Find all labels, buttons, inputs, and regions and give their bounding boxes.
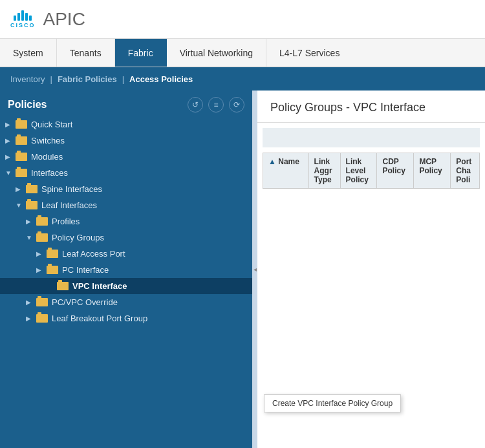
sort-arrow: ▲	[268, 157, 276, 166]
toggle-icon: ▶	[5, 137, 16, 144]
tree-item-interfaces[interactable]: ▼ Interfaces	[0, 165, 252, 181]
sidebar-header: Policies ↺ ≡ ⟳	[0, 91, 252, 116]
sidebar-title: Policies	[8, 99, 47, 111]
content-header: Policy Groups - VPC Interface	[257, 91, 485, 123]
toggle-icon: ▼	[5, 169, 16, 176]
content-title: Policy Groups - VPC Interface	[270, 101, 472, 114]
toggle-icon: ▼	[16, 202, 26, 209]
folder-icon	[36, 298, 48, 306]
tree-label: Spine Interfaces	[41, 184, 102, 194]
data-table: ▲ Name LinkAggrType LinkLevelPolicy CDPP…	[263, 153, 480, 189]
folder-icon	[16, 169, 27, 177]
sub-nav-access-policies[interactable]: Access Policies	[129, 74, 193, 84]
toggle-icon: ▶	[16, 186, 26, 193]
filter-icon[interactable]: ≡	[208, 97, 224, 112]
folder-icon	[47, 250, 58, 258]
folder-icon	[26, 201, 38, 209]
sub-nav-sep2: |	[122, 74, 124, 84]
folder-icon	[36, 233, 48, 242]
folder-icon	[36, 217, 48, 226]
tree-item-modules[interactable]: ▶ Modules	[0, 149, 252, 165]
table-container: ▲ Name LinkAggrType LinkLevelPolicy CDPP…	[257, 153, 485, 194]
tree-label: Switches	[31, 136, 65, 145]
toggle-icon: ▶	[26, 315, 36, 322]
tree-item-switches[interactable]: ▶ Switches	[0, 133, 252, 149]
folder-icon	[16, 120, 27, 129]
tree-label: Modules	[31, 152, 63, 162]
tree-label: PC Interface	[62, 265, 109, 275]
sub-nav-fabric-policies[interactable]: Fabric Policies	[58, 74, 117, 84]
tree-item-pc-vpc-override[interactable]: ▶ PC/VPC Override	[0, 294, 252, 310]
tree-label: Policy Groups	[52, 233, 104, 242]
content-area: Policy Groups - VPC Interface ▲ Name Lin…	[257, 91, 485, 448]
tree-label: PC/VPC Override	[52, 297, 118, 307]
tree-label: Profiles	[52, 217, 80, 226]
col-link-aggr: LinkAggrType	[308, 153, 340, 189]
tree-label: Quick Start	[31, 120, 72, 129]
top-nav: System Tenants Fabric Virtual Networking…	[0, 39, 485, 67]
resize-handle[interactable]: ◂	[252, 91, 257, 448]
toggle-icon: ▼	[26, 234, 36, 241]
folder-icon	[16, 136, 27, 145]
app-title: APIC	[43, 9, 85, 30]
tree-item-policy-groups[interactable]: ▼ Policy Groups	[0, 229, 252, 246]
folder-icon	[47, 266, 58, 274]
folder-icon	[26, 185, 38, 193]
folder-icon	[57, 282, 69, 290]
toggle-icon: ▶	[26, 299, 36, 306]
main-layout: Policies ↺ ≡ ⟳ ▶ Quick Start ▶ Switches	[0, 91, 485, 448]
col-cdp: CDPPolicy	[377, 153, 414, 189]
toggle-icon: ▶	[5, 153, 16, 160]
app-header: CISCO APIC	[0, 0, 485, 39]
nav-tab-tenants[interactable]: Tenants	[57, 39, 115, 67]
tree-item-leaf-breakout[interactable]: ▶ Leaf Breakout Port Group	[0, 310, 252, 326]
col-mcp: MCPPolicy	[414, 153, 451, 189]
toggle-icon: ▶	[36, 266, 47, 273]
tree-item-vpc-interface[interactable]: VPC Interface	[0, 278, 252, 294]
sidebar: Policies ↺ ≡ ⟳ ▶ Quick Start ▶ Switches	[0, 91, 252, 448]
toggle-icon: ▶	[26, 218, 36, 225]
tree-item-leaf-access-port[interactable]: ▶ Leaf Access Port	[0, 246, 252, 262]
col-name: ▲ Name	[263, 153, 309, 189]
nav-tab-system[interactable]: System	[0, 39, 57, 67]
sub-nav-sep1: |	[50, 74, 52, 84]
tree-item-quick-start[interactable]: ▶ Quick Start	[0, 116, 252, 133]
folder-icon	[16, 153, 27, 161]
sub-nav-inventory[interactable]: Inventory	[10, 74, 45, 84]
filter-bar	[263, 128, 480, 147]
col-port-cha: PortChaPoli	[451, 153, 480, 189]
tree-item-leaf-interfaces[interactable]: ▼ Leaf Interfaces	[0, 197, 252, 213]
sub-nav: Inventory | Fabric Policies | Access Pol…	[0, 67, 485, 91]
tree-label: Leaf Access Port	[62, 249, 125, 259]
tree-label: Interfaces	[31, 168, 68, 178]
reset-icon[interactable]: ⟳	[229, 97, 244, 112]
tree-item-pc-interface[interactable]: ▶ PC Interface	[0, 262, 252, 278]
tree-label: Leaf Breakout Port Group	[52, 314, 147, 323]
tooltip: Create VPC Interface Policy Group	[264, 394, 401, 412]
folder-icon	[36, 314, 48, 323]
nav-tab-fabric[interactable]: Fabric	[115, 39, 167, 67]
toggle-icon: ▶	[5, 121, 16, 128]
tree-label: VPC Interface	[72, 281, 127, 291]
cisco-logo: CISCO	[10, 10, 36, 28]
col-link-level: LinkLevelPolicy	[340, 153, 377, 189]
tree-item-profiles[interactable]: ▶ Profiles	[0, 213, 252, 229]
toggle-icon: ▶	[36, 250, 47, 257]
nav-tab-virtual-networking[interactable]: Virtual Networking	[167, 39, 266, 67]
tree-item-spine-interfaces[interactable]: ▶ Spine Interfaces	[0, 181, 252, 197]
nav-tab-l4-l7[interactable]: L4-L7 Services	[266, 39, 352, 67]
refresh-icon[interactable]: ↺	[188, 97, 203, 112]
tree-label: Leaf Interfaces	[41, 200, 97, 210]
